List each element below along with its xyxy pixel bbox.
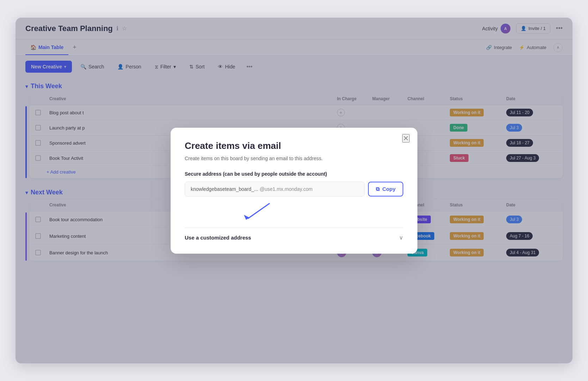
email-row: knowledgebaseteam_board_... @use1.mx.mon… (185, 182, 403, 196)
modal-description: Create items on this board by sending an… (185, 156, 403, 161)
customized-address-row[interactable]: Use a customized address ∨ (185, 234, 403, 241)
modal-title: Create items via email (185, 140, 403, 151)
svg-marker-1 (244, 215, 250, 220)
copy-button[interactable]: ⧉ Copy (368, 182, 404, 196)
svg-line-0 (248, 204, 269, 218)
customized-address-label: Use a customized address (185, 235, 251, 241)
copy-icon: ⧉ (376, 186, 380, 192)
secure-address-label: Secure address (can be used by people ou… (185, 171, 403, 177)
modal-close-button[interactable]: ✕ (402, 134, 410, 143)
copy-label: Copy (382, 186, 396, 192)
chevron-down-icon: ∨ (399, 234, 403, 241)
create-via-email-modal: ✕ Create items via email Create items on… (171, 128, 417, 254)
arrow-annotation (185, 200, 403, 221)
modal-divider (185, 228, 403, 228)
email-prefix: knowledgebaseteam_board_... (191, 186, 258, 192)
email-domain: @use1.mx.monday.com (259, 186, 312, 192)
arrow-svg (241, 200, 298, 221)
modal-overlay[interactable]: ✕ Create items via email Create items on… (16, 18, 572, 363)
email-address-display: knowledgebaseteam_board_... @use1.mx.mon… (185, 182, 365, 196)
